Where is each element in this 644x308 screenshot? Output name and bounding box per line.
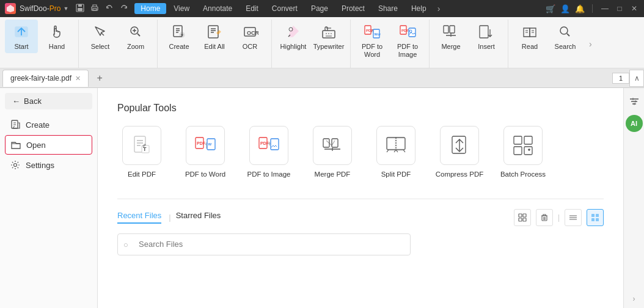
svg-rect-47 [524, 136, 532, 144]
tool-pdf-to-word[interactable]: PDF W PDF to Word [181, 126, 230, 179]
ribbon-btn-start[interactable]: Start [5, 20, 38, 53]
tool-compress-pdf[interactable]: Compress PDF [435, 126, 484, 179]
tab-recent-files[interactable]: Recent Files [117, 211, 161, 224]
maximize-button[interactable]: □ [615, 4, 624, 13]
search-files-icon: ○ [123, 240, 128, 249]
tool-merge-pdf[interactable]: Merge PDF [308, 126, 357, 179]
right-expand-btn[interactable]: › [633, 295, 635, 303]
recent-thumbnail-btn[interactable] [514, 209, 531, 226]
open-icon [10, 139, 21, 150]
ribbon-btn-merge[interactable]: Merge [434, 20, 467, 53]
tool-split-pdf-icon [376, 126, 415, 165]
right-strip: AI › [623, 88, 644, 308]
ribbon-btn-ocr[interactable]: OCR OCR [233, 20, 266, 53]
svg-text:W: W [208, 142, 212, 146]
search-files-input[interactable] [117, 233, 411, 255]
menu-annotate[interactable]: Annotate [197, 3, 238, 14]
search-files-wrap: ○ [117, 233, 604, 255]
menu-home[interactable]: Home [134, 3, 166, 14]
undo-icon[interactable] [105, 4, 114, 14]
ribbon-btn-read[interactable]: Read [513, 20, 546, 53]
tool-split-pdf[interactable]: Split PDF [371, 126, 420, 179]
sidebar: ← Back Create Open [0, 88, 98, 308]
ribbon-btn-select[interactable]: Select [84, 20, 117, 53]
svg-point-26 [560, 27, 568, 34]
tab-greek-fairy-tale[interactable]: greek-fairy-tale.pdf ✕ [2, 70, 89, 87]
tab-starred-files[interactable]: Starred Files [176, 211, 221, 224]
app-pro-label: Pro [49, 4, 61, 13]
ribbon-group-convert: PDF Word PDF to Word PDF PDF to I [351, 20, 430, 68]
ribbon-btn-highlight[interactable]: Highlight [277, 20, 310, 53]
svg-rect-44 [397, 138, 404, 149]
tool-pdf-to-word-icon: PDF W [186, 126, 225, 165]
page-up-btn[interactable]: ∧ [629, 70, 644, 87]
tool-batch-process-label: Batch Process [500, 170, 546, 179]
tab-label: greek-fairy-tale.pdf [10, 74, 71, 82]
tool-pdf-to-word-label: PDF to Word [185, 170, 225, 179]
sidebar-settings-label: Settings [26, 161, 54, 170]
svg-rect-49 [524, 147, 532, 155]
minimize-button[interactable]: — [600, 4, 610, 13]
ribbon-btn-pdftoimage[interactable]: PDF PDF to Image [391, 20, 424, 61]
tool-pdf-to-image[interactable]: PDF PDF to Image [244, 126, 293, 179]
menu-help[interactable]: Help [405, 3, 433, 14]
ribbon-btn-search[interactable]: Search [549, 20, 582, 53]
print-icon[interactable] [90, 4, 99, 14]
user-icon[interactable]: 👤 [560, 4, 570, 13]
close-button[interactable]: ✕ [629, 4, 639, 13]
ribbon-btn-insert[interactable]: Insert [470, 20, 503, 53]
cart-icon[interactable]: 🛒 [546, 4, 555, 13]
ribbon-btn-zoom[interactable]: Zoom [119, 20, 152, 53]
redo-icon[interactable] [120, 4, 128, 14]
ribbon-btn-create[interactable]: Create [163, 20, 196, 53]
tool-merge-pdf-label: Merge PDF [315, 170, 351, 179]
right-filter-btn[interactable] [626, 93, 643, 110]
svg-rect-40 [323, 139, 329, 147]
menu-protect[interactable]: Protect [335, 3, 371, 14]
recent-list-btn[interactable] [565, 209, 582, 226]
tool-compress-pdf-icon [440, 126, 479, 165]
create-icon [10, 119, 21, 130]
ribbon-expand[interactable]: › [587, 39, 595, 49]
menu-more[interactable]: › [433, 4, 445, 13]
sidebar-item-settings[interactable]: Settings [0, 155, 97, 175]
svg-text:PDF: PDF [366, 29, 373, 32]
recent-delete-btn[interactable] [536, 209, 553, 226]
menu-convert[interactable]: Convert [266, 3, 304, 14]
tab-add-btn[interactable]: + [91, 70, 108, 87]
menu-share[interactable]: Share [372, 3, 404, 14]
svg-text:Word: Word [375, 32, 381, 36]
page-number: 1 [612, 73, 629, 84]
sidebar-back-btn[interactable]: ← Back [5, 93, 92, 109]
recent-actions: | [514, 209, 604, 226]
ribbon-btn-pdftoword[interactable]: PDF Word PDF to Word [356, 20, 389, 61]
tool-batch-process[interactable]: Batch Process [499, 126, 547, 179]
ribbon-btn-editall[interactable]: Edit All [198, 20, 231, 53]
app-dropdown[interactable]: ▼ [63, 6, 68, 12]
menu-page[interactable]: Page [305, 3, 334, 14]
svg-rect-41 [332, 139, 338, 147]
menu-view[interactable]: View [167, 3, 196, 14]
ribbon-btn-hand[interactable]: Hand [40, 20, 73, 53]
tabbar: greek-fairy-tale.pdf ✕ + 1 ∧ [0, 68, 644, 88]
main-area: ← Back Create Open [0, 88, 644, 308]
ai-button[interactable]: AI [626, 115, 643, 132]
svg-rect-53 [523, 218, 526, 221]
svg-rect-48 [514, 147, 522, 155]
bell-icon[interactable]: 🔔 [575, 4, 585, 13]
sidebar-item-create[interactable]: Create [0, 114, 97, 135]
menu-edit[interactable]: Edit [240, 3, 265, 14]
ribbon-btn-typewriter[interactable]: Typewriter [312, 20, 345, 53]
tool-batch-process-icon [503, 126, 543, 165]
tool-edit-pdf[interactable]: T Edit PDF [117, 126, 166, 179]
svg-rect-55 [591, 214, 595, 217]
svg-point-28 [14, 164, 17, 167]
sidebar-item-open[interactable]: Open [5, 135, 92, 155]
svg-rect-39 [271, 139, 279, 150]
svg-rect-14 [323, 31, 335, 38]
save-icon[interactable] [76, 4, 84, 14]
svg-text:OCR: OCR [247, 30, 258, 36]
recent-grid-btn[interactable] [587, 209, 604, 226]
sidebar-open-label: Open [26, 141, 46, 150]
tab-close-btn[interactable]: ✕ [75, 75, 81, 82]
